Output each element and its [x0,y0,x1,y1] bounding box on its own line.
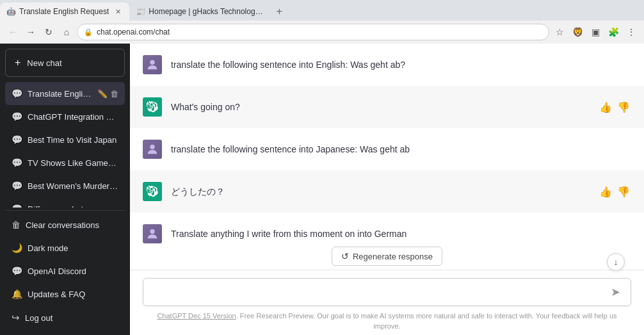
toolbar-actions: ☆ 🦁 ▣ 🧩 ⋮ [552,24,639,40]
sidebar-item-tv-shows[interactable]: 💬 TV Shows Like Game Of Thron [5,151,125,174]
chat-icon-5: 💬 [12,204,22,208]
bell-icon: 🔔 [12,289,22,299]
message-text-4: どうしたの？ [171,182,589,199]
chat-icon-1: 💬 [12,111,22,122]
extensions-button[interactable]: 🧩 [606,24,621,40]
thumbs-up-button-2[interactable]: 👍 [598,100,613,115]
logout-icon: ↪ [12,312,20,323]
thumbs-up-button-4[interactable]: 👍 [598,184,613,199]
regenerate-icon: ↺ [341,251,349,261]
brave-shield-button[interactable]: 🦁 [570,24,585,40]
back-button[interactable]: ← [5,24,20,40]
thumbs-down-button-4[interactable]: 👎 [616,184,631,199]
sidebar-item-discord[interactable]: 💬 OpenAI Discord [5,259,125,282]
sidebar-item-chatgpt-integration[interactable]: 💬 ChatGPT Integration Benefits [5,105,125,128]
message-row-3: translate the following sentence into Ja… [130,128,644,170]
message-row-2: What's going on? 👍 👎 [130,86,644,128]
sidebar-item-label-dark: Dark mode [28,243,118,253]
sidebar-item-label-clear: Clear conversations [26,220,118,230]
discord-icon: 💬 [12,266,22,276]
chat-icon-2: 💬 [12,135,22,145]
message-actions-4: 👍 👎 [598,182,631,199]
user-avatar-5 [143,224,162,243]
tab-title-2: Homepage | gHacks Technology News [149,7,264,16]
address-text: chat.openai.com/chat [97,28,170,37]
message-text-1: translate the following sentence into En… [171,55,631,72]
sidebar-bottom: 🗑 Clear conversations 🌙 Dark mode 💬 Open… [0,213,130,335]
message-text-3: translate the following sentence into Ja… [171,140,631,156]
browser-chrome: 🤖 Translate English Request ✕ 📰 Homepage… [0,0,644,44]
footer-text: ChatGPT Dec 15 Version. Free Research Pr… [130,309,644,335]
home-button[interactable]: ⌂ [59,24,74,40]
svg-point-2 [150,229,154,234]
sidebar-item-label-0: Translate English Reque [28,89,92,99]
sidebar-item-label-3: TV Shows Like Game Of Thron [28,158,118,168]
sidebar-divider [5,210,125,211]
svg-point-1 [150,145,154,149]
user-avatar-3 [143,140,162,159]
delete-icon[interactable]: 🗑 [110,89,118,99]
new-tab-button[interactable]: + [270,3,288,20]
new-chat-label: New chat [27,58,61,68]
send-button[interactable]: ➤ [608,284,623,300]
browser-toolbar: ← → ↻ ⌂ 🔒 chat.openai.com/chat ☆ 🦁 ▣ 🧩 ⋮ [0,20,644,44]
new-chat-button[interactable]: + New chat [5,49,125,77]
ai-avatar-2 [143,97,162,117]
chat-input-area: ➤ [130,270,644,309]
message-row-5: Translate anything I write from this mom… [130,213,644,247]
lock-icon: 🔒 [84,28,93,37]
chat-messages: translate the following sentence into En… [130,44,644,247]
sidebar-item-logout[interactable]: ↪ Log out [5,306,125,330]
sidebar-item-dark-mode[interactable]: 🌙 Dark mode [5,236,125,259]
tab-title-1: Translate English Request [19,7,109,16]
sidebar: + New chat 💬 Translate English Reque ✏️ … [0,44,130,335]
footer-description: . Free Research Preview. Our goal is to … [236,312,617,329]
message-row-4: どうしたの？ 👍 👎 [130,170,644,213]
sidebar-item-windows-diff[interactable]: 💬 Differences between Windows [5,197,125,208]
moon-icon: 🌙 [12,243,22,253]
clear-icon: 🗑 [12,220,20,230]
tab-inactive[interactable]: 📰 Homepage | gHacks Technology News [129,3,270,20]
chat-icon-4: 💬 [12,181,22,191]
address-bar[interactable]: 🔒 chat.openai.com/chat [77,24,549,40]
sidebar-item-updates[interactable]: 🔔 Updates & FAQ [5,282,125,306]
sidebar-item-actions-0: ✏️ 🗑 [97,89,118,99]
sidebar-toggle-button[interactable]: ▣ [588,24,603,40]
tab-favicon-2: 📰 [136,7,145,16]
forward-button[interactable]: → [23,24,38,40]
chat-input-wrapper[interactable]: ➤ [143,278,631,306]
sidebar-item-best-time-japan[interactable]: 💬 Best Time to Visit Japan [5,128,125,151]
plus-icon: + [15,57,20,69]
tab-favicon-1: 🤖 [6,7,15,16]
bookmark-button[interactable]: ☆ [552,24,567,40]
app: + New chat 💬 Translate English Reque ✏️ … [0,44,644,335]
svg-point-0 [150,60,154,65]
regenerate-button[interactable]: ↺ Regenerate response [332,247,442,266]
sidebar-item-label-4: Best Women's Murder Club [28,181,118,191]
footer-link[interactable]: ChatGPT Dec 15 Version [157,312,236,320]
message-actions-2: 👍 👎 [598,97,631,115]
tab-active[interactable]: 🤖 Translate English Request ✕ [0,3,129,20]
sidebar-item-womens-murder[interactable]: 💬 Best Women's Murder Club [5,174,125,197]
chat-bottom-area: ↺ Regenerate response ➤ ↓ ChatGPT Dec 15… [130,247,644,335]
sidebar-item-clear-conversations[interactable]: 🗑 Clear conversations [5,213,125,236]
ai-avatar-4 [143,182,162,201]
sidebar-item-label-5: Differences between Windows [28,204,118,208]
scroll-bottom-button[interactable]: ↓ [607,253,625,271]
sidebar-conversation-list: 💬 Translate English Reque ✏️ 🗑 💬 ChatGPT… [0,82,130,208]
menu-button[interactable]: ⋮ [624,24,639,40]
sidebar-item-label-1: ChatGPT Integration Benefits [28,112,118,122]
chat-input[interactable] [151,284,608,300]
edit-icon[interactable]: ✏️ [97,89,108,99]
user-avatar-1 [143,55,162,74]
sidebar-item-label-updates: Updates & FAQ [28,290,118,299]
reload-button[interactable]: ↻ [41,24,56,40]
sidebar-item-translate-english[interactable]: 💬 Translate English Reque ✏️ 🗑 [5,82,125,105]
sidebar-item-label-2: Best Time to Visit Japan [28,135,118,145]
chat-icon-0: 💬 [12,88,22,99]
message-row-1: translate the following sentence into En… [130,44,644,86]
tab-close-1[interactable]: ✕ [113,6,123,17]
message-text-2: What's going on? [171,97,589,114]
thumbs-down-button-2[interactable]: 👎 [616,100,631,115]
regenerate-row: ↺ Regenerate response [130,247,644,266]
